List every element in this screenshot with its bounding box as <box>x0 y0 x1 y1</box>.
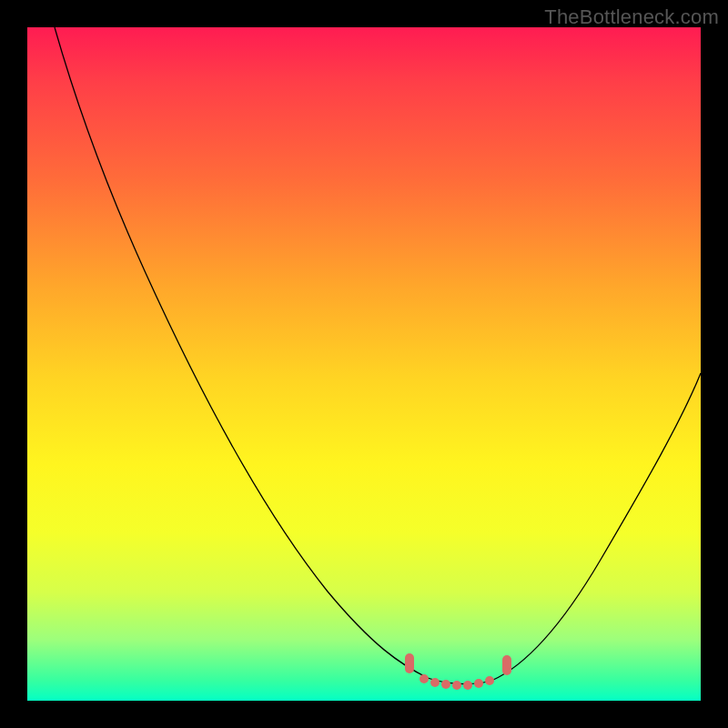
plot-area <box>27 27 701 701</box>
marker-dot <box>452 681 461 690</box>
curve-right <box>491 373 701 681</box>
marker-dot <box>502 655 511 675</box>
chart-container: TheBottleneck.com <box>0 0 728 728</box>
curve-left <box>55 27 428 678</box>
marker-dot <box>441 680 450 689</box>
marker-dot <box>405 653 414 673</box>
marker-dot <box>485 676 494 685</box>
marker-dot <box>420 674 429 683</box>
marker-dot <box>430 678 440 687</box>
bottleneck-curve <box>27 27 701 701</box>
watermark-text: TheBottleneck.com <box>544 5 719 29</box>
marker-dot <box>474 679 483 688</box>
marker-dot <box>463 681 472 690</box>
